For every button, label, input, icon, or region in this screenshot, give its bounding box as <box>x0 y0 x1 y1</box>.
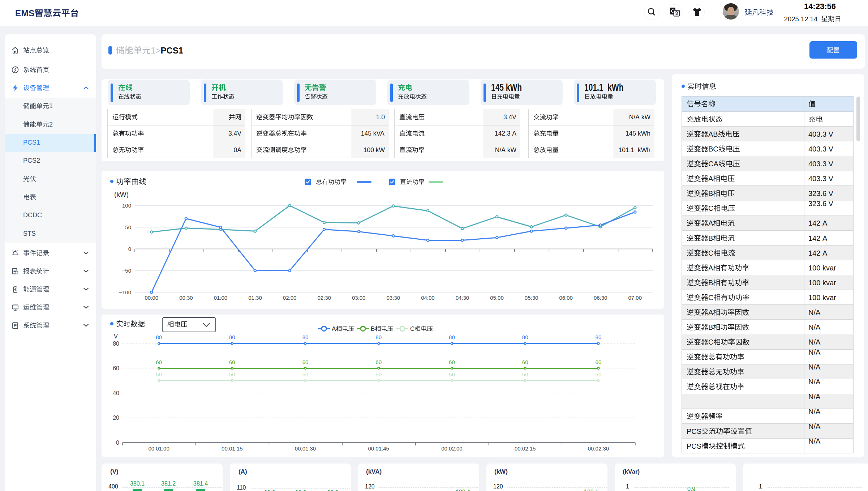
svg-text:120: 120 <box>493 483 503 490</box>
svg-text:B: B <box>708 323 713 331</box>
svg-text:110: 110 <box>237 484 246 491</box>
svg-text:0A: 0A <box>234 146 242 154</box>
svg-text:(V): (V) <box>110 468 119 475</box>
svg-text:1>: 1> <box>151 46 160 55</box>
svg-text:N/A: N/A <box>808 338 821 346</box>
svg-text:N/A: N/A <box>808 422 821 430</box>
svg-text:100.4: 100.4 <box>456 489 470 491</box>
svg-text:120: 120 <box>365 483 375 490</box>
svg-text:98.3: 98.3 <box>295 490 306 491</box>
svg-text:EMS: EMS <box>15 8 35 18</box>
svg-text:2: 2 <box>49 121 53 128</box>
svg-text:100 kvar: 100 kvar <box>808 264 836 272</box>
svg-text:1: 1 <box>759 483 762 490</box>
svg-text:C: C <box>410 325 414 332</box>
svg-text:N/A: N/A <box>808 407 821 415</box>
svg-text:N/A: N/A <box>808 363 821 371</box>
svg-text:B: B <box>708 234 713 242</box>
svg-text:145 kWh: 145 kWh <box>626 130 650 137</box>
svg-text:100 kW: 100 kW <box>364 146 385 154</box>
svg-text:N/A kW: N/A kW <box>495 146 517 154</box>
svg-text:C: C <box>708 338 713 346</box>
svg-text:403.3 V: 403.3 V <box>808 160 834 168</box>
svg-text:145 kVA: 145 kVA <box>361 130 384 137</box>
svg-text:B: B <box>371 325 375 332</box>
svg-text:323.6 V: 323.6 V <box>808 189 834 197</box>
svg-text:380.1: 380.1 <box>130 481 145 487</box>
svg-text:403.3 V: 403.3 V <box>808 130 834 138</box>
svg-text:1.0: 1.0 <box>376 114 385 121</box>
svg-text:142 A: 142 A <box>808 234 828 242</box>
svg-text:N/A: N/A <box>808 378 821 386</box>
svg-text:100 kvar: 100 kvar <box>808 294 836 302</box>
svg-text:CA: CA <box>708 160 718 168</box>
svg-text:A: A <box>708 264 713 272</box>
svg-text:100.1: 100.1 <box>584 489 598 491</box>
svg-text:(A): (A) <box>239 468 247 475</box>
svg-text:142 A: 142 A <box>808 249 828 257</box>
svg-text:PCS1: PCS1 <box>160 46 183 55</box>
svg-text:0.9: 0.9 <box>687 486 695 491</box>
svg-text:C: C <box>708 204 713 212</box>
svg-text:98.2: 98.2 <box>264 490 275 491</box>
svg-text:PCS1: PCS1 <box>23 139 40 146</box>
svg-text:381.4: 381.4 <box>193 481 208 487</box>
svg-text:(kW): (kW) <box>494 468 508 475</box>
svg-text:C: C <box>708 294 713 302</box>
svg-text:DCDC: DCDC <box>23 212 42 219</box>
svg-text:BC: BC <box>708 145 718 153</box>
svg-text:100 kvar: 100 kvar <box>808 279 836 287</box>
svg-text:1: 1 <box>626 483 629 490</box>
svg-text:C: C <box>708 249 713 257</box>
svg-text:400: 400 <box>108 483 118 490</box>
svg-text:14:23:56: 14:23:56 <box>804 2 836 11</box>
svg-text:(kVar): (kVar) <box>623 468 640 475</box>
svg-text:323.6 V: 323.6 V <box>808 200 834 208</box>
svg-text:3.4V: 3.4V <box>503 114 516 121</box>
svg-text:A: A <box>708 308 713 316</box>
svg-text:(kVA): (kVA) <box>366 468 382 475</box>
svg-text:PCS: PCS <box>687 427 701 435</box>
svg-text:N/A: N/A <box>808 348 821 356</box>
svg-text:B: B <box>708 279 713 287</box>
svg-text:403.3 V: 403.3 V <box>808 175 834 183</box>
svg-text:403.3 V: 403.3 V <box>808 145 834 153</box>
svg-text:PCS: PCS <box>687 442 701 450</box>
svg-text:142 A: 142 A <box>808 219 828 227</box>
svg-text:A: A <box>332 325 336 332</box>
svg-text:AB: AB <box>708 130 718 138</box>
svg-text:142.3 A: 142.3 A <box>495 130 517 137</box>
svg-text:B: B <box>708 189 713 197</box>
svg-text:145 kWh: 145 kWh <box>491 82 522 93</box>
svg-text:STS: STS <box>23 230 36 237</box>
svg-text:2025.12.14: 2025.12.14 <box>784 15 821 23</box>
svg-text:98.3: 98.3 <box>327 490 338 491</box>
svg-text:N/A: N/A <box>808 323 821 331</box>
svg-text:A: A <box>708 175 713 183</box>
svg-text:PCS2: PCS2 <box>23 157 40 164</box>
svg-text:N/A kW: N/A kW <box>629 114 651 121</box>
svg-text:101.1 kWh: 101.1 kWh <box>584 82 624 93</box>
svg-text:1: 1 <box>49 102 53 110</box>
svg-text:101.1 kWh: 101.1 kWh <box>619 146 651 154</box>
svg-text:3.4V: 3.4V <box>228 130 241 137</box>
svg-text:N/A: N/A <box>808 393 821 401</box>
svg-text:N/A: N/A <box>808 308 821 316</box>
svg-text:(kW): (kW) <box>114 191 129 198</box>
svg-text:N/A: N/A <box>808 437 821 445</box>
svg-text:A: A <box>708 219 713 227</box>
svg-text:381.2: 381.2 <box>161 481 176 487</box>
